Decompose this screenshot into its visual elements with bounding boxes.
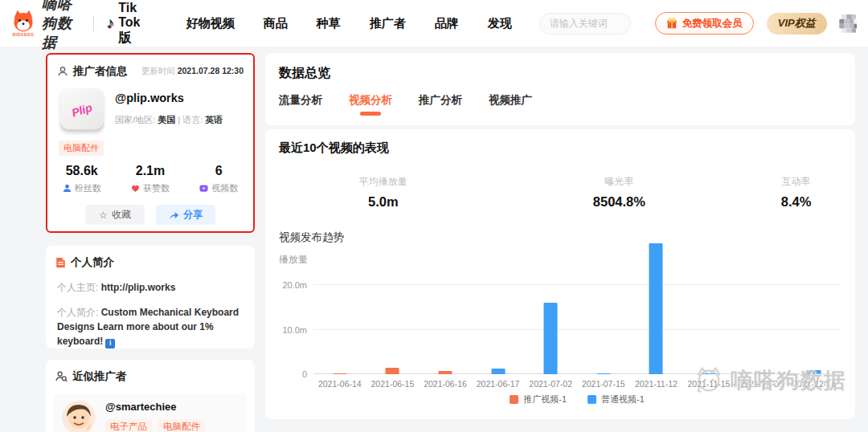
chart-column: 2021-11-15 (682, 241, 735, 374)
person-icon (57, 66, 68, 77)
homepage-link[interactable]: http://plip.works (101, 282, 176, 293)
chart-column: 2021-12-05 (735, 241, 788, 374)
chart-columns: 2021-06-142021-06-152021-06-162021-06-17… (313, 241, 841, 374)
x-axis-tick: 2021-12-05 (740, 379, 784, 389)
promoter-info-title: 推广者信息 (73, 64, 128, 79)
similar-avatar (62, 401, 96, 432)
chart-column: 2021-06-16 (419, 241, 472, 374)
platform-switch-tiktok[interactable]: ♪ Tik Tok版 (107, 1, 151, 47)
chart-bar[interactable] (544, 303, 558, 374)
trend-chart-title: 视频发布趋势 (265, 210, 855, 245)
free-membership-button[interactable]: 免费领取会员 (655, 12, 754, 35)
x-axis-tick: 2021-11-12 (635, 379, 678, 389)
kpi-average-plays: 平均播放量 5.0m (265, 175, 502, 210)
collect-button[interactable]: ☆ 收藏 (85, 205, 145, 225)
bio-title: 个人简介 (71, 255, 114, 270)
brand-logo[interactable]: DIDADOG 嘀嗒狗数据 (11, 0, 80, 52)
promoter-info-card: 推广者信息 更新时间2021.07.28 12:30 Plip @plip.wo… (46, 53, 255, 233)
chart-column: 2021-06-14 (313, 241, 366, 374)
video-trend-bar-chart: 推广视频-1 普通视频-1 010.0m20.0m2021-06-142021-… (313, 241, 841, 374)
legend-swatch-normal (588, 395, 596, 404)
chart-bar[interactable] (333, 373, 346, 374)
vip-benefits-button[interactable]: VIP权益 (767, 13, 827, 35)
category-tag[interactable]: 电脑配件 (59, 141, 104, 156)
overview-title: 数据总览 (265, 53, 855, 82)
chart-column: 2021-07-15 (577, 241, 630, 374)
x-axis-tick: 2021-07-15 (582, 379, 625, 389)
video-icon (199, 184, 208, 193)
legend-item-promo-video[interactable]: 推广视频-1 (510, 393, 567, 406)
x-axis-tick: 2021-06-17 (477, 379, 520, 389)
platform-label: Tik Tok版 (118, 1, 151, 47)
star-icon: ☆ (99, 210, 108, 221)
chart-column: 2021-12-16 (788, 241, 841, 374)
x-axis-tick: 2021-06-16 (424, 379, 467, 389)
chart-bar[interactable] (755, 373, 768, 374)
kpi-interaction-rate: 互动率 8.4% (737, 175, 855, 210)
legend-swatch-promo (510, 395, 518, 404)
kpi-exposure-rate: 曝光率 8504.8% (502, 175, 738, 210)
tab-promotion-analysis[interactable]: 推广分析 (419, 93, 462, 116)
chart-bar[interactable] (438, 371, 452, 374)
nav-item-products[interactable]: 商品 (264, 16, 288, 31)
nav-item-promoters[interactable]: 推广者 (370, 16, 406, 31)
promoter-meta: 国家/地区: 美国 | 语言: 英语 (115, 114, 223, 126)
chart-bar[interactable] (386, 368, 399, 374)
free-membership-label: 免费领取会员 (682, 17, 743, 31)
followers-stat: 58.6k 粉丝数 (47, 164, 116, 194)
chart-bar[interactable] (649, 243, 663, 374)
similar-tag[interactable]: 电脑配件 (158, 419, 205, 432)
brand-name: 嘀嗒狗数据 (42, 0, 80, 52)
share-button[interactable]: 分享 (156, 205, 215, 225)
legend-item-normal-video[interactable]: 普通视频-1 (588, 393, 645, 406)
nav-item-discover[interactable]: 发现 (488, 16, 512, 31)
heart-icon (131, 184, 140, 193)
data-overview-card: 数据总览 流量分析 视频分析 推广分析 视频推广 (265, 53, 855, 125)
user-avatar[interactable] (838, 8, 857, 39)
tab-traffic-analysis[interactable]: 流量分析 (279, 93, 322, 116)
chart-bar[interactable] (808, 370, 821, 374)
bio-card: 个人简介 个人主页: http://plip.works 个人简介: Custo… (46, 246, 255, 348)
chart-bar[interactable] (702, 373, 715, 374)
chart-column: 2021-06-17 (472, 241, 525, 374)
similar-promoter-row[interactable]: @smartechiee 电子产品 电脑配件 (54, 393, 247, 432)
document-icon (55, 257, 66, 268)
person-search-icon (55, 371, 68, 382)
update-time: 更新时间2021.07.28 12:30 (141, 66, 244, 77)
y-axis-tick: 0 (302, 369, 307, 379)
y-axis-tick: 20.0m (282, 280, 307, 290)
similar-tags: 电子产品 电脑配件 (105, 419, 205, 432)
chart-bar[interactable] (491, 369, 505, 374)
main-nav: 好物视频 商品 种草 推广者 品牌 发现 (186, 16, 512, 31)
keyword-search-input[interactable] (539, 13, 631, 35)
promoter-avatar: Plip (60, 88, 104, 132)
info-icon: i (105, 339, 115, 348)
kpi-row: 平均播放量 5.0m 曝光率 8504.8% 互动率 8.4% (265, 175, 855, 210)
similar-username[interactable]: @smartechiee (105, 401, 205, 413)
recent-videos-title: 最近10个视频的表现 (265, 129, 855, 156)
follower-icon (63, 184, 72, 193)
tab-video-promotion[interactable]: 视频推广 (489, 93, 532, 116)
overview-tabs: 流量分析 视频分析 推广分析 视频推广 (265, 82, 855, 116)
tab-video-analysis[interactable]: 视频分析 (349, 93, 392, 116)
app-root: DIDADOG 嘀嗒狗数据 ♪ Tik Tok版 好物视频 商品 种草 推广者 … (0, 0, 868, 432)
top-navigation-bar: DIDADOG 嘀嗒狗数据 ♪ Tik Tok版 好物视频 商品 种草 推广者 … (0, 0, 868, 47)
similar-promoters-card: 近似推广者 @smartechiee 电子产品 电脑配件 (46, 360, 255, 432)
videos-stat: 6 视频数 (185, 164, 253, 194)
logo-subtext: DIDADOG (12, 33, 34, 37)
homepage-line: 个人主页: http://plip.works (46, 280, 255, 295)
promoter-username: @plip.works (115, 92, 223, 104)
chart-bar[interactable] (596, 373, 610, 374)
tiktok-note-icon: ♪ (107, 14, 115, 32)
didadog-logo-icon: DIDADOG (11, 10, 35, 37)
share-icon (169, 210, 179, 220)
promoter-stats: 58.6k 粉丝数 2.1m 获赞数 6 视频数 (47, 164, 253, 194)
x-axis-tick: 2021-07-02 (529, 379, 572, 389)
x-axis-tick: 2021-06-15 (371, 379, 415, 389)
nav-item-brands[interactable]: 品牌 (435, 16, 459, 31)
similar-tag[interactable]: 电子产品 (105, 419, 152, 432)
nav-item-videos[interactable]: 好物视频 (186, 16, 235, 31)
video-analytics-card: 最近10个视频的表现 平均播放量 5.0m 曝光率 8504.8% 互动率 8.… (265, 129, 855, 419)
nav-item-seeding[interactable]: 种草 (317, 16, 341, 31)
gift-icon (666, 18, 678, 29)
